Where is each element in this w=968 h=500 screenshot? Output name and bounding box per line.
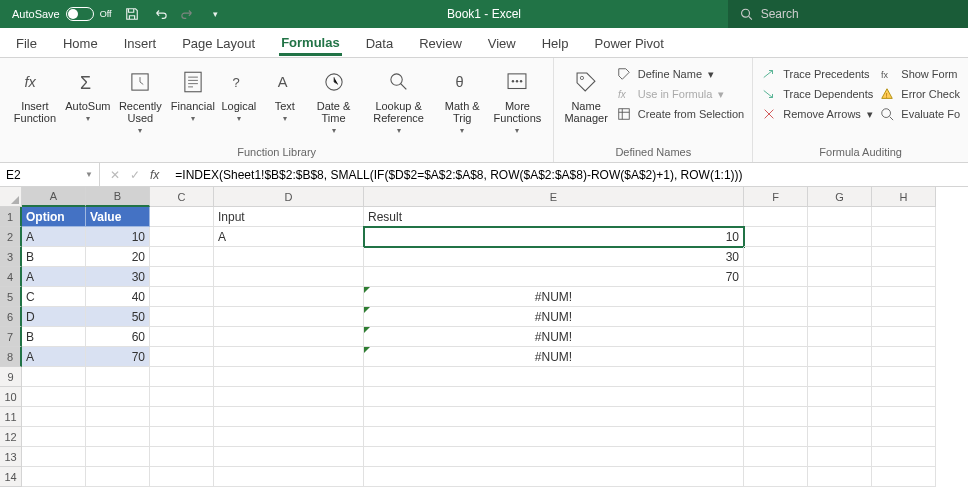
cell-G9[interactable] — [808, 367, 872, 387]
financial-button[interactable]: Financial▾ — [171, 62, 215, 123]
cell-E3[interactable]: 30 — [364, 247, 744, 267]
cell-A2[interactable]: A — [22, 227, 86, 247]
cell-E4[interactable]: 70 — [364, 267, 744, 287]
cell-B14[interactable] — [86, 467, 150, 487]
cell-A7[interactable]: B — [22, 327, 86, 347]
cell-D5[interactable] — [214, 287, 364, 307]
insert-function-button[interactable]: fx Insert Function — [6, 62, 64, 124]
cell-F12[interactable] — [744, 427, 808, 447]
cell-A10[interactable] — [22, 387, 86, 407]
tab-file[interactable]: File — [14, 30, 39, 56]
cell-H12[interactable] — [872, 427, 936, 447]
cell-C10[interactable] — [150, 387, 214, 407]
cell-F3[interactable] — [744, 247, 808, 267]
cell-B12[interactable] — [86, 427, 150, 447]
row-header-7[interactable]: 7 — [0, 327, 22, 347]
cell-G12[interactable] — [808, 427, 872, 447]
cell-F6[interactable] — [744, 307, 808, 327]
formula-input[interactable] — [169, 168, 968, 182]
cell-D9[interactable] — [214, 367, 364, 387]
cell-A4[interactable]: A — [22, 267, 86, 287]
cell-H3[interactable] — [872, 247, 936, 267]
cell-C13[interactable] — [150, 447, 214, 467]
column-header-F[interactable]: F — [744, 187, 808, 207]
recently-used-button[interactable]: Recently Used▾ — [112, 62, 169, 135]
search-input[interactable] — [761, 7, 956, 21]
cell-F5[interactable] — [744, 287, 808, 307]
cell-D10[interactable] — [214, 387, 364, 407]
cell-E2[interactable]: 10 — [364, 227, 744, 247]
cell-H1[interactable] — [872, 207, 936, 227]
cell-A11[interactable] — [22, 407, 86, 427]
column-header-B[interactable]: B — [86, 187, 150, 207]
column-header-G[interactable]: G — [808, 187, 872, 207]
tab-power-pivot[interactable]: Power Pivot — [592, 30, 665, 56]
cell-D13[interactable] — [214, 447, 364, 467]
tab-page-layout[interactable]: Page Layout — [180, 30, 257, 56]
cell-C6[interactable] — [150, 307, 214, 327]
enter-formula-icon[interactable]: ✓ — [130, 168, 140, 182]
cell-H8[interactable] — [872, 347, 936, 367]
tab-insert[interactable]: Insert — [122, 30, 159, 56]
more-functions-button[interactable]: More Functions▾ — [487, 62, 547, 135]
tab-review[interactable]: Review — [417, 30, 464, 56]
column-header-D[interactable]: D — [214, 187, 364, 207]
column-header-A[interactable]: A — [22, 187, 86, 207]
cell-D11[interactable] — [214, 407, 364, 427]
cell-H13[interactable] — [872, 447, 936, 467]
math-trig-button[interactable]: θ Math & Trig▾ — [439, 62, 486, 135]
name-box-input[interactable] — [6, 168, 66, 182]
lookup-reference-button[interactable]: Lookup & Reference▾ — [360, 62, 437, 135]
cell-G10[interactable] — [808, 387, 872, 407]
save-icon[interactable] — [124, 6, 140, 22]
tab-formulas[interactable]: Formulas — [279, 29, 342, 56]
row-header-2[interactable]: 2 — [0, 227, 22, 247]
cell-G4[interactable] — [808, 267, 872, 287]
cell-G8[interactable] — [808, 347, 872, 367]
cell-G6[interactable] — [808, 307, 872, 327]
name-manager-button[interactable]: Name Manager — [560, 62, 611, 124]
cell-B13[interactable] — [86, 447, 150, 467]
cell-C4[interactable] — [150, 267, 214, 287]
row-header-5[interactable]: 5 — [0, 287, 22, 307]
cell-B3[interactable]: 20 — [86, 247, 150, 267]
cell-A1[interactable]: Option — [22, 207, 86, 227]
cell-E6[interactable]: #NUM! — [364, 307, 744, 327]
row-header-3[interactable]: 3 — [0, 247, 22, 267]
text-button[interactable]: A Text▾ — [263, 62, 307, 123]
cell-F14[interactable] — [744, 467, 808, 487]
cell-C7[interactable] — [150, 327, 214, 347]
redo-icon[interactable] — [180, 6, 196, 22]
cell-E13[interactable] — [364, 447, 744, 467]
column-header-H[interactable]: H — [872, 187, 936, 207]
cell-H6[interactable] — [872, 307, 936, 327]
cell-C9[interactable] — [150, 367, 214, 387]
tab-help[interactable]: Help — [540, 30, 571, 56]
cell-B2[interactable]: 10 — [86, 227, 150, 247]
tab-view[interactable]: View — [486, 30, 518, 56]
error-checking-button[interactable]: ! Error Check — [879, 86, 960, 102]
cell-H11[interactable] — [872, 407, 936, 427]
cell-G5[interactable] — [808, 287, 872, 307]
cell-F7[interactable] — [744, 327, 808, 347]
cell-B11[interactable] — [86, 407, 150, 427]
row-header-4[interactable]: 4 — [0, 267, 22, 287]
fx-icon-small[interactable]: fx — [150, 168, 159, 182]
cell-C5[interactable] — [150, 287, 214, 307]
cell-B1[interactable]: Value — [86, 207, 150, 227]
cell-C1[interactable] — [150, 207, 214, 227]
cell-G11[interactable] — [808, 407, 872, 427]
cell-H5[interactable] — [872, 287, 936, 307]
cell-E9[interactable] — [364, 367, 744, 387]
cell-C8[interactable] — [150, 347, 214, 367]
cell-H14[interactable] — [872, 467, 936, 487]
cell-C12[interactable] — [150, 427, 214, 447]
cell-A8[interactable]: A — [22, 347, 86, 367]
tab-home[interactable]: Home — [61, 30, 100, 56]
cell-D6[interactable] — [214, 307, 364, 327]
cell-B6[interactable]: 50 — [86, 307, 150, 327]
cell-G7[interactable] — [808, 327, 872, 347]
cell-H10[interactable] — [872, 387, 936, 407]
cell-B4[interactable]: 30 — [86, 267, 150, 287]
autosave-toggle-switch[interactable] — [66, 7, 94, 21]
